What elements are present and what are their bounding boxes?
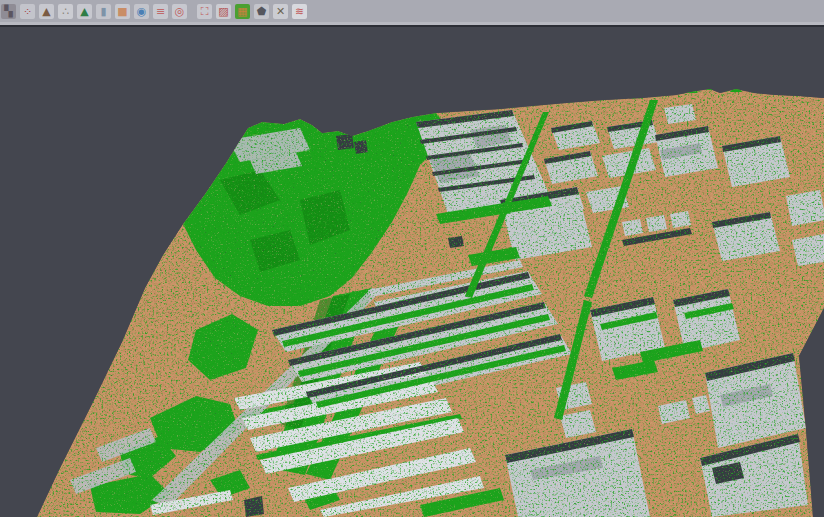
classify-icon[interactable]: ▨	[216, 4, 231, 19]
application-window: ▚⁘▲∴▲▮■◉≡◎⛶▨▦⬟✕≋	[0, 0, 824, 517]
scatter-points-icon[interactable]: ⁘	[20, 4, 35, 19]
measure-icon[interactable]: ✕	[273, 4, 288, 19]
layers-list-icon[interactable]: ≡	[153, 4, 168, 19]
sparse-points-icon[interactable]: ∴	[58, 4, 73, 19]
ortho-image-icon[interactable]: ■	[115, 4, 130, 19]
profile-icon[interactable]: ▮	[96, 4, 111, 19]
target-icon[interactable]: ◎	[172, 4, 187, 19]
terrain-dem-icon[interactable]: ▲	[39, 4, 54, 19]
tin-surface-icon[interactable]: ▲	[77, 4, 92, 19]
viewport-3d[interactable]	[0, 27, 824, 517]
globe-icon[interactable]: ◉	[134, 4, 149, 19]
point-cloud-canvas[interactable]	[0, 27, 824, 517]
window-icon[interactable]: ▚	[1, 4, 16, 19]
zoom-extents-icon[interactable]: ⛶	[197, 4, 212, 19]
classification-colors-icon[interactable]: ▦	[235, 4, 250, 19]
flag-icon[interactable]: ≋	[292, 4, 307, 19]
mesh-model-icon[interactable]: ⬟	[254, 4, 269, 19]
toolbar: ▚⁘▲∴▲▮■◉≡◎⛶▨▦⬟✕≋	[0, 0, 824, 22]
